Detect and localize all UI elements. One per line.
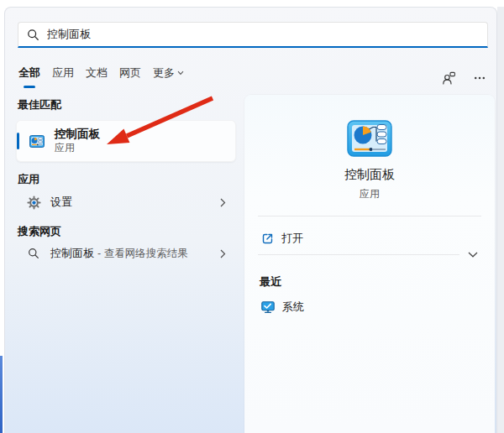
account-button[interactable] [440,70,457,86]
recent-header: 最近 [260,274,281,290]
system-label: 系统 [282,300,304,315]
search-flyout: 全部 应用 文档 网页 更多 [0,0,504,433]
open-label: 打开 [281,231,303,246]
list-item-web-search[interactable]: 控制面板 - 查看网络搜索结果 [16,241,236,266]
action-open[interactable]: 打开 [244,226,495,251]
apps-header: 应用 [18,172,39,187]
tab-web[interactable]: 网页 [119,65,141,88]
best-match-title: 控制面板 [55,128,100,141]
expand-actions-button[interactable] [465,248,481,261]
tab-label: 全部 [18,65,40,81]
filter-tabs: 全部 应用 文档 网页 更多 [18,65,184,88]
best-match-result[interactable]: 控制面板 应用 [16,120,236,162]
web-search-suffix: - 查看网络搜索结果 [97,247,188,261]
tab-all[interactable]: 全部 [18,65,40,88]
ellipsis-icon [474,71,486,85]
search-icon [27,29,39,41]
gear-icon [27,196,41,210]
desktop-edge [0,356,3,433]
recent-item-system[interactable]: 系统 [244,295,495,320]
account-icon [442,71,456,86]
best-match-subtitle: 应用 [55,142,100,154]
tab-label: 网页 [119,65,141,81]
system-monitor-icon [261,301,275,314]
tab-apps[interactable]: 应用 [52,65,74,88]
tab-label: 应用 [52,65,74,81]
background-sliver [497,7,504,433]
chevron-right-icon [220,249,226,258]
options-button[interactable] [471,70,488,86]
divider [258,216,481,216]
tab-label: 更多 [153,65,175,81]
tab-more[interactable]: 更多 [153,65,184,88]
search-window: 全部 应用 文档 网页 更多 [4,7,497,433]
selection-accent-bar [17,133,19,149]
divider [258,254,459,255]
tab-label: 文档 [86,65,108,81]
search-input[interactable] [47,29,480,41]
search-web-header: 搜索网页 [18,224,61,239]
detail-app-title: 控制面板 [244,167,495,183]
list-item-settings[interactable]: 设置 [16,189,236,216]
web-search-query: 控制面板 [50,246,94,261]
detail-app-subtitle: 应用 [244,187,495,201]
control-panel-icon [347,120,392,157]
tab-documents[interactable]: 文档 [86,65,108,88]
chevron-down-icon [177,70,184,76]
detail-pane: 控制面板 应用 打开 最近 [244,95,495,433]
top-right-controls [440,70,488,86]
chevron-right-icon [220,198,226,207]
best-match-header: 最佳匹配 [18,97,61,112]
control-panel-icon [29,135,45,148]
open-external-icon [261,232,274,245]
search-box[interactable] [18,22,488,48]
settings-label: 设置 [50,195,72,210]
search-icon [28,248,39,259]
chevron-down-icon [468,252,478,258]
active-tab-underline [24,86,35,88]
